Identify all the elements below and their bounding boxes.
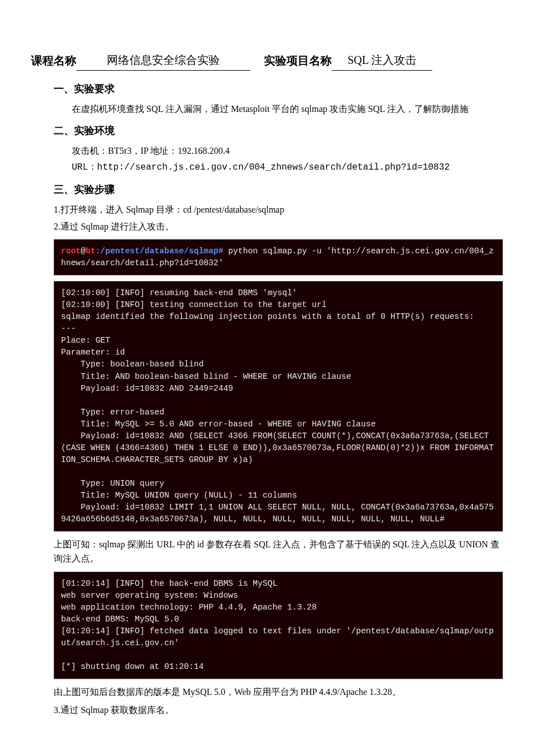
document-page: 课程名称 网络信息安全综合实验 实验项目名称 SQL 注入攻击 一、实验要求 在…: [0, 0, 534, 736]
env-attacker: 攻击机：BT5r3，IP 地址：192.168.200.4: [54, 144, 503, 158]
document-header: 课程名称 网络信息安全综合实验 实验项目名称 SQL 注入攻击: [31, 51, 503, 71]
caption-1: 上图可知：sqlmap 探测出 URL 中的 id 参数存在着 SQL 注入点，…: [54, 537, 503, 566]
prompt-path: :/pentest/database/sqlmap#: [95, 247, 223, 256]
env-url: URL：http://search.js.cei.gov.cn/004_zhne…: [54, 161, 503, 175]
step-3: 3.通过 Sqlmap 获取数据库名。: [54, 703, 503, 718]
course-value: 网络信息安全综合实验: [76, 51, 250, 71]
section-1-body: 在虚拟机环境查找 SQL 注入漏洞，通过 Metasploit 平台的 sqlm…: [54, 102, 503, 116]
step-2: 2.通过 Sqlmap 进行注入攻击。: [54, 219, 503, 234]
prompt-at: @: [81, 247, 86, 256]
prompt-host: bt: [86, 247, 95, 256]
section-3-title: 三、实验步骤: [54, 182, 503, 198]
terminal-command-1: root@bt:/pentest/database/sqlmap# python…: [54, 239, 503, 275]
step-1: 1.打开终端，进入 Sqlmap 目录：cd /pentest/database…: [54, 202, 503, 217]
section-2-title: 二、实验环境: [54, 123, 503, 139]
terminal-output-2: [01:20:14] [INFO] the back-end DBMS is M…: [54, 572, 503, 679]
section-1-title: 一、实验要求: [54, 81, 503, 97]
course-label: 课程名称: [31, 51, 76, 71]
prompt-user: root: [61, 247, 81, 256]
caption-2: 由上图可知后台数据库的版本是 MySQL 5.0，Web 应用平台为 PHP 4…: [54, 685, 503, 699]
terminal-output-1: [02:10:00] [INFO] resuming back-end DBMS…: [54, 281, 503, 531]
project-value: SQL 注入攻击: [332, 51, 432, 71]
project-label: 实验项目名称: [264, 51, 332, 71]
